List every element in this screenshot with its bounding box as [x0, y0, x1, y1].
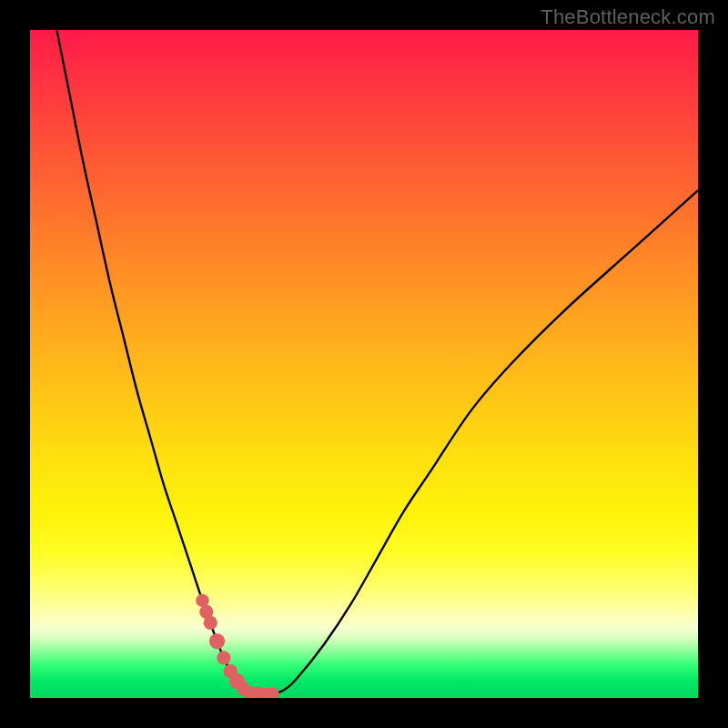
watermark-text: TheBottleneck.com [541, 5, 715, 29]
threshold-marker [229, 673, 245, 689]
threshold-marker [262, 688, 276, 698]
bottleneck-curve [56, 30, 698, 695]
plot-area [30, 30, 698, 698]
threshold-marker [217, 651, 230, 664]
threshold-marker [237, 682, 250, 696]
threshold-marker [209, 633, 225, 649]
curve-layer [30, 30, 698, 698]
threshold-marker [257, 688, 270, 698]
threshold-marker [199, 605, 213, 619]
threshold-marker [249, 687, 265, 698]
threshold-marker [204, 616, 217, 630]
threshold-marker [244, 686, 258, 698]
threshold-marker [224, 664, 238, 678]
threshold-marker [196, 594, 208, 607]
chart-frame: TheBottleneck.com [0, 0, 728, 728]
threshold-marker [266, 687, 278, 698]
